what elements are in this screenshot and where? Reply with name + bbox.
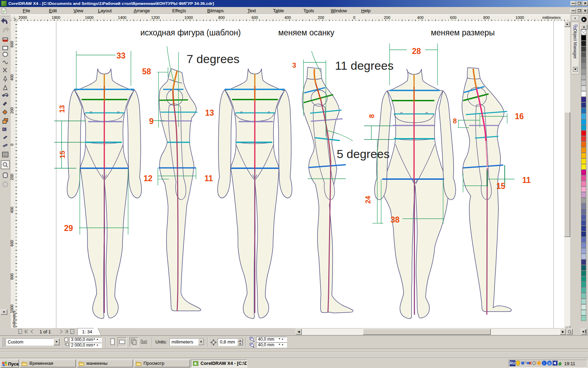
svg-text:58: 58 [142,67,151,76]
svg-text:28: 28 [412,47,421,56]
svg-text:38: 38 [391,215,400,224]
svg-text:13: 13 [205,108,214,117]
svg-text:8: 8 [368,114,376,118]
svg-text:15: 15 [496,182,505,191]
svg-text:11 degrees: 11 degrees [335,59,394,72]
svg-text:16: 16 [515,112,524,121]
svg-text:15: 15 [58,151,66,158]
svg-text:9: 9 [149,117,154,126]
svg-text:DI: DI [2,127,6,131]
svg-text:29: 29 [64,224,73,233]
svg-text:меняем осанку: меняем осанку [278,28,335,37]
svg-text:a: a [548,361,551,365]
svg-text:i: i [544,361,544,365]
svg-text:8: 8 [453,117,457,125]
svg-text:меняем размеры: меняем размеры [431,28,495,37]
svg-text:(шаблон): (шаблон) [206,28,241,37]
svg-text:12: 12 [144,174,153,183]
svg-text:24: 24 [364,196,372,204]
svg-text:13: 13 [58,105,66,113]
svg-text:3: 3 [292,61,296,69]
svg-text:11: 11 [204,174,213,183]
svg-text:7 degrees: 7 degrees [187,52,239,66]
svg-text:11: 11 [522,176,531,185]
svg-text:5 degrees: 5 degrees [337,147,390,161]
svg-text:33: 33 [117,51,126,60]
svg-text:исходная фигура: исходная фигура [140,28,204,37]
